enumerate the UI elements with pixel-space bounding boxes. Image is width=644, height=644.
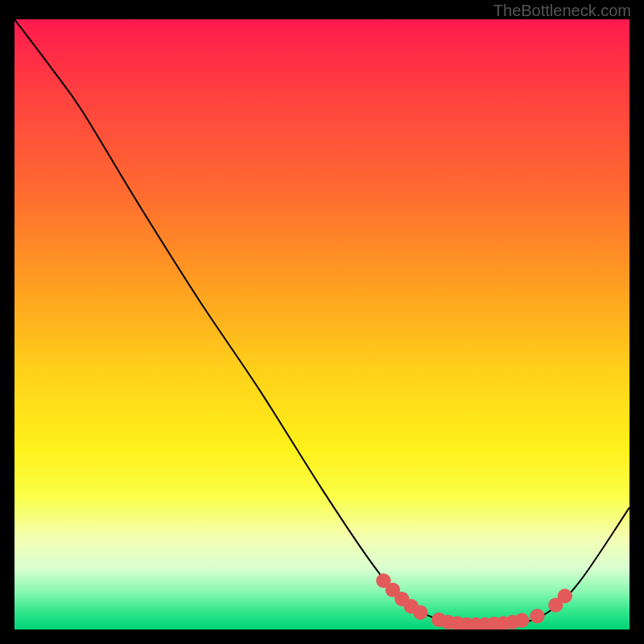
bottleneck-curve [14, 19, 630, 625]
chart-stage: TheBottleneck.com [0, 0, 644, 644]
plot-area [14, 19, 630, 630]
marker-dot [514, 613, 529, 628]
marker-dot [558, 588, 572, 603]
watermark-text: TheBottleneck.com [493, 2, 631, 20]
chart-svg [14, 19, 630, 630]
marker-dot [413, 605, 427, 620]
highlight-markers [376, 573, 572, 630]
marker-dot [530, 609, 544, 623]
